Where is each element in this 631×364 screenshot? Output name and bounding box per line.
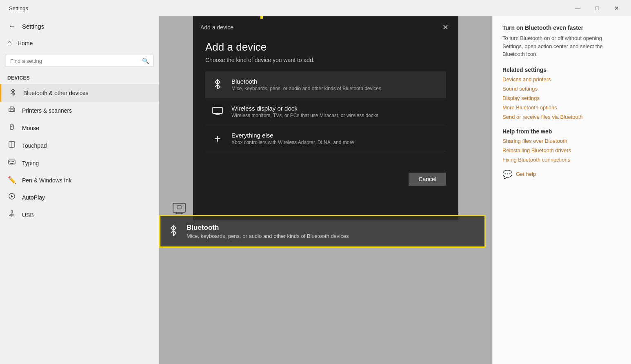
link-more-bluetooth[interactable]: More Bluetooth options xyxy=(502,104,621,111)
search-icon: 🔍 xyxy=(142,58,149,64)
bluetooth-nav-icon xyxy=(9,88,18,98)
minimize-button[interactable]: — xyxy=(568,2,587,15)
link-display-settings[interactable]: Display settings xyxy=(502,95,621,101)
link-reinstalling-drivers[interactable]: Reinstalling Bluetooth drivers xyxy=(502,147,621,153)
dialog-subheading: Choose the kind of device you want to ad… xyxy=(205,57,446,63)
search-box: 🔍 xyxy=(6,55,153,67)
title-bar: Settings — □ ✕ xyxy=(0,0,631,16)
get-help-link[interactable]: Get help xyxy=(516,171,536,177)
home-label: Home xyxy=(18,40,33,47)
wireless-option-desc: Wireless monitors, TVs, or PCs that use … xyxy=(231,113,378,118)
home-icon: ⌂ xyxy=(7,39,12,47)
dialog-body: Add a device Choose the kind of device y… xyxy=(193,37,458,164)
mouse-icon xyxy=(7,123,16,133)
app-title: Settings xyxy=(9,5,28,11)
device-option-bluetooth[interactable]: Bluetooth Mice, keyboards, pens, or audi… xyxy=(205,71,446,98)
window-controls: — □ ✕ xyxy=(568,2,626,15)
cancel-button[interactable]: Cancel xyxy=(409,173,446,186)
svg-rect-23 xyxy=(213,107,222,113)
bluetooth-option-icon xyxy=(211,78,224,91)
everything-option-text: Everything else Xbox controllers with Wi… xyxy=(231,132,354,145)
everything-option-title: Everything else xyxy=(231,132,354,139)
faster-body-text: To turn Bluetooth on or off without open… xyxy=(502,34,621,58)
settings-title: Settings xyxy=(22,23,44,30)
bluetooth-option-desc: Mice, keyboards, pens, or audio and othe… xyxy=(231,86,381,91)
dialog-close-button[interactable]: ✕ xyxy=(440,22,451,33)
pen-nav-label: Pen & Windows Ink xyxy=(22,177,71,184)
everything-else-icon: + xyxy=(211,132,224,145)
svg-point-17 xyxy=(10,215,11,216)
bluetooth-option-title: Bluetooth xyxy=(231,78,381,85)
usb-icon xyxy=(7,210,16,220)
printers-nav-label: Printers & scanners xyxy=(22,107,72,114)
main-content: Realtek USB FE Family Controller Add a d… xyxy=(159,16,492,364)
faster-section-title: Turn on Bluetooth even faster xyxy=(502,24,621,31)
sidebar-header: ← Settings xyxy=(0,16,159,35)
sidebar-item-pen[interactable]: ✏️ Pen & Windows Ink xyxy=(0,172,159,189)
sidebar-item-home[interactable]: ⌂ Home xyxy=(0,35,159,51)
sidebar-item-mouse[interactable]: Mouse xyxy=(0,119,159,137)
devices-section-label: Devices xyxy=(0,73,159,84)
touchpad-nav-label: Touchpad xyxy=(22,142,47,149)
sidebar-item-touchpad[interactable]: Touchpad xyxy=(0,137,159,154)
typing-nav-label: Typing xyxy=(22,160,39,166)
get-help-icon: 💬 xyxy=(502,169,513,179)
printers-icon xyxy=(7,106,16,115)
back-button[interactable]: ← xyxy=(7,20,17,32)
dialog-heading: Add a device xyxy=(205,41,446,53)
dialog-title: Add a device xyxy=(200,24,233,31)
app-body: ← Settings ⌂ Home 🔍 Devices Bluetooth & … xyxy=(0,16,631,364)
related-settings-title: Related settings xyxy=(502,67,621,73)
sidebar: ← Settings ⌂ Home 🔍 Devices Bluetooth & … xyxy=(0,16,159,364)
sidebar-item-typing[interactable]: Typing xyxy=(0,154,159,172)
link-sharing-files[interactable]: Sharing files over Bluetooth xyxy=(502,138,621,144)
autoplay-nav-label: AutoPlay xyxy=(22,194,45,201)
sidebar-item-autoplay[interactable]: AutoPlay xyxy=(0,189,159,206)
sidebar-item-printers[interactable]: Printers & scanners xyxy=(0,102,159,119)
dialog-footer: Cancel xyxy=(193,164,458,194)
touchpad-icon xyxy=(7,141,16,150)
wireless-option-title: Wireless display or dock xyxy=(231,105,378,112)
link-sound-settings[interactable]: Sound settings xyxy=(502,86,621,92)
keyboard-icon xyxy=(7,158,16,168)
mouse-nav-label: Mouse xyxy=(22,125,39,131)
device-option-wireless[interactable]: Wireless display or dock Wireless monito… xyxy=(205,98,446,125)
autoplay-icon xyxy=(7,193,16,202)
close-button[interactable]: ✕ xyxy=(607,2,626,15)
wireless-display-icon xyxy=(211,106,224,118)
link-devices-printers[interactable]: Devices and printers xyxy=(502,76,621,82)
usb-nav-label: USB xyxy=(22,212,34,218)
add-device-dialog: Add a device ✕ Add a device Choose the k… xyxy=(193,16,458,220)
sidebar-item-bluetooth[interactable]: Bluetooth & other devices xyxy=(0,84,159,102)
maximize-button[interactable]: □ xyxy=(588,2,607,15)
svg-rect-14 xyxy=(11,211,13,213)
search-input[interactable] xyxy=(10,58,142,64)
link-send-receive-files[interactable]: Send or receive files via Bluetooth xyxy=(502,114,621,120)
sidebar-item-usb[interactable]: USB xyxy=(0,206,159,224)
dialog-titlebar: Add a device ✕ xyxy=(193,16,458,37)
svg-rect-18 xyxy=(13,215,14,216)
help-from-web-title: Help from the web xyxy=(502,128,621,135)
pen-icon: ✏️ xyxy=(7,176,16,184)
bluetooth-nav-label: Bluetooth & other devices xyxy=(23,90,89,96)
get-help-row: 💬 Get help xyxy=(502,169,621,179)
device-option-everything[interactable]: + Everything else Xbox controllers with … xyxy=(205,125,446,152)
right-panel: Turn on Bluetooth even faster To turn Bl… xyxy=(492,16,631,364)
bluetooth-option-text: Bluetooth Mice, keyboards, pens, or audi… xyxy=(231,78,381,91)
dialog-overlay: Add a device ✕ Add a device Choose the k… xyxy=(159,16,492,364)
everything-option-desc: Xbox controllers with Wireless Adapter, … xyxy=(231,140,354,145)
wireless-option-text: Wireless display or dock Wireless monito… xyxy=(231,105,378,118)
link-fixing-connections[interactable]: Fixing Bluetooth connections xyxy=(502,157,621,163)
